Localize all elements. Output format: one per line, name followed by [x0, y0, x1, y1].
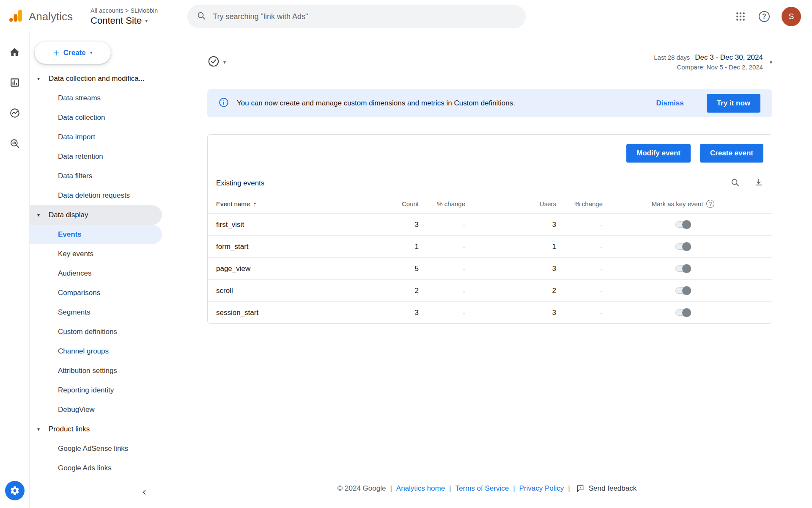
users-change-cell: -: [556, 243, 603, 251]
search-table-icon[interactable]: [730, 178, 740, 189]
sidebar-item-attribution-settings[interactable]: Attribution settings: [30, 361, 162, 381]
sidebar-item-channel-groups[interactable]: Channel groups: [30, 342, 162, 361]
sidebar-item-label: Comparisons: [58, 289, 100, 297]
section-label: Product links: [49, 425, 90, 433]
sidebar-item-audiences[interactable]: Audiences: [30, 264, 162, 283]
sidebar-item-comparisons[interactable]: Comparisons: [30, 283, 162, 303]
event-name-cell: session_start: [216, 309, 368, 317]
sidebar-item-label: Key events: [58, 250, 93, 258]
collapse-sidebar-button[interactable]: [138, 486, 151, 499]
create-button[interactable]: + Create ▾: [35, 41, 111, 64]
sidebar-section-data-display[interactable]: ▾ Data display: [30, 205, 162, 225]
sidebar-item-label: DebugView: [58, 406, 95, 414]
table-row: session_start 3 - 3 -: [208, 301, 772, 323]
send-feedback-link[interactable]: Send feedback: [576, 484, 636, 493]
settings-gear-icon[interactable]: [5, 481, 25, 500]
advertising-icon[interactable]: [5, 134, 25, 153]
sidebar-item-data-deletion-requests[interactable]: Data deletion requests: [30, 186, 162, 205]
count-cell: 5: [368, 265, 419, 273]
breadcrumb-separator: >: [125, 7, 129, 14]
date-preset: Last 28 days: [654, 54, 690, 61]
admin-sidebar: + Create ▾ ▾ Data collection and modific…: [30, 33, 162, 508]
key-event-toggle[interactable]: [675, 309, 691, 316]
app-name: Analytics: [29, 10, 73, 23]
existing-events-title: Existing events: [216, 179, 264, 188]
sidebar-item-debugview[interactable]: DebugView: [30, 400, 162, 420]
sidebar-item-data-import[interactable]: Data import: [30, 127, 162, 147]
check-circle-icon: [207, 55, 220, 69]
sidebar-item-data-retention[interactable]: Data retention: [30, 147, 162, 166]
header-actions: ? S: [734, 7, 812, 26]
dismiss-button[interactable]: Dismiss: [649, 95, 690, 112]
users-cell: 3: [465, 265, 556, 273]
key-event-toggle[interactable]: [675, 221, 691, 228]
sidebar-item-label: Attribution settings: [58, 367, 117, 375]
sidebar-item-data-collection[interactable]: Data collection: [30, 108, 162, 127]
table-row: scroll 2 - 2 -: [208, 279, 772, 301]
help-circle-icon[interactable]: ?: [706, 200, 714, 208]
count-change-cell: -: [419, 221, 465, 229]
breadcrumb[interactable]: All accounts > SLMobbin: [91, 7, 158, 14]
sidebar-item-custom-definitions[interactable]: Custom definitions: [30, 322, 162, 342]
sidebar-section-data-collection[interactable]: ▾ Data collection and modifica...: [30, 69, 162, 88]
top-header: Analytics All accounts > SLMobbin Conten…: [0, 0, 812, 33]
help-icon[interactable]: ?: [759, 11, 770, 22]
search-input[interactable]: [213, 12, 516, 21]
column-header-users[interactable]: Users: [465, 200, 556, 207]
footer-link-analytics-home[interactable]: Analytics home: [396, 484, 445, 493]
count-cell: 1: [368, 243, 419, 251]
footer-separator: |: [449, 484, 451, 493]
sidebar-item-key-events[interactable]: Key events: [30, 244, 162, 264]
footer-link-privacy-policy[interactable]: Privacy Policy: [519, 484, 564, 493]
event-name-cell: form_start: [216, 243, 368, 251]
sidebar-section-product-links[interactable]: ▾ Product links: [30, 420, 162, 439]
apps-grid-icon[interactable]: [734, 10, 747, 23]
info-banner: You can now create and manage custom dim…: [207, 89, 772, 117]
explore-icon[interactable]: [5, 103, 25, 123]
all-events-filter[interactable]: ▾: [207, 55, 226, 69]
key-event-toggle[interactable]: [675, 287, 691, 294]
chevron-down-icon: ▾: [223, 60, 226, 65]
create-button-label: Create: [63, 49, 86, 57]
chevron-down-icon: ▾: [90, 50, 93, 55]
column-header-event-name[interactable]: Event name ↑: [216, 200, 368, 207]
modify-event-button[interactable]: Modify event: [626, 144, 691, 163]
key-event-toggle[interactable]: [675, 243, 691, 250]
analytics-logo-icon: [8, 8, 24, 25]
sidebar-item-google-adsense-links[interactable]: Google AdSense links: [30, 439, 162, 458]
footer-link-terms-of-service[interactable]: Terms of Service: [455, 484, 509, 493]
search-bar[interactable]: [187, 5, 526, 28]
date-range-selector[interactable]: Last 28 days Dec 3 - Dec 30, 2024 Compar…: [654, 53, 772, 71]
sidebar-item-events[interactable]: Events: [30, 225, 162, 244]
key-event-toggle[interactable]: [675, 265, 691, 272]
users-change-cell: -: [556, 265, 603, 273]
home-icon[interactable]: [5, 42, 25, 62]
column-header-count-change[interactable]: % change: [419, 200, 465, 207]
sidebar-item-label: Data filters: [58, 172, 92, 180]
property-picker[interactable]: Content Site ▾: [91, 15, 158, 26]
users-cell: 3: [465, 309, 556, 317]
sidebar-item-data-filters[interactable]: Data filters: [30, 166, 162, 186]
avatar[interactable]: S: [782, 7, 801, 26]
sidebar-item-reporting-identity[interactable]: Reporting identity: [30, 381, 162, 400]
sidebar-nav: ▾ Data collection and modifica... Data s…: [30, 69, 162, 478]
sidebar-item-google-ads-links[interactable]: Google Ads links: [30, 458, 162, 478]
create-event-button[interactable]: Create event: [700, 144, 763, 163]
column-header-users-change[interactable]: % change: [556, 200, 603, 207]
column-label: Event name: [216, 200, 250, 207]
column-header-count[interactable]: Count: [368, 200, 419, 207]
analytics-logo[interactable]: Analytics: [0, 8, 73, 25]
existing-events-toolbar: Existing events: [208, 172, 772, 194]
event-actions: Modify event Create event: [208, 135, 772, 172]
sidebar-item-label: Segments: [58, 308, 91, 317]
footer-separator: |: [390, 484, 392, 493]
sidebar-item-data-streams[interactable]: Data streams: [30, 88, 162, 108]
reports-icon[interactable]: [5, 73, 25, 92]
download-icon[interactable]: [754, 178, 763, 189]
event-name-cell: page_view: [216, 265, 368, 273]
try-it-now-button[interactable]: Try it now: [707, 94, 760, 113]
sidebar-item-segments[interactable]: Segments: [30, 303, 162, 322]
sidebar-item-label: Google AdSense links: [58, 444, 128, 453]
events-card: Modify event Create event Existing event…: [207, 134, 772, 324]
count-change-cell: -: [419, 309, 465, 317]
